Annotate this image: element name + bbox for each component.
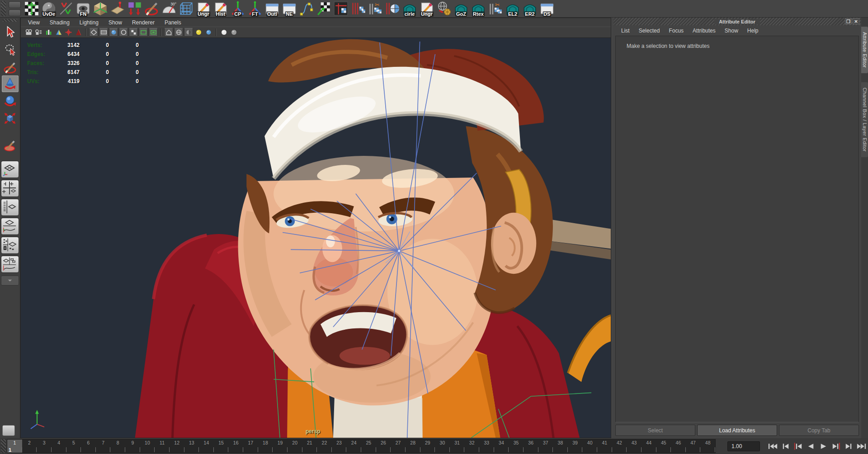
timeline-frame-39[interactable]: 39 [568, 440, 583, 453]
viewport-menu-shading[interactable]: Shading [45, 19, 75, 26]
uvdeluxe-python-icon[interactable]: UvDe [41, 1, 57, 16]
current-time-field[interactable]: 1.00 [727, 441, 760, 451]
timeline-frames[interactable]: 1123456789101112131415161718192021222324… [7, 439, 716, 453]
uv-cut-sew-2-icon[interactable]: ✂ [488, 1, 503, 16]
select-tool[interactable] [2, 24, 19, 41]
ae-menu-focus[interactable]: Focus [665, 28, 689, 34]
timeline-frame-42[interactable]: 42 [612, 440, 627, 453]
timeline-frame-35[interactable]: 35 [509, 440, 524, 453]
step-back-frame-button[interactable] [780, 442, 791, 450]
timeline-frame-41[interactable]: 41 [597, 440, 612, 453]
scale-tool[interactable] [2, 110, 19, 126]
center-pivot-icon[interactable]: CP [230, 1, 245, 16]
uv-layout-icon[interactable] [127, 1, 142, 16]
step-forward-key-button[interactable] [830, 442, 842, 450]
node-editor-icon[interactable]: NE [282, 1, 297, 16]
bookmarks-icon[interactable] [44, 28, 53, 37]
fn-tool-icon[interactable]: FN [75, 1, 91, 16]
viewport-canvas[interactable]: Verts:314200Edges:643400Faces:332600Tris… [21, 38, 611, 438]
step-forward-frame-button[interactable] [843, 442, 854, 450]
use-default-material-icon[interactable] [194, 28, 203, 37]
timeline-frame-48[interactable]: 48 [700, 440, 715, 453]
timeline-frame-29[interactable]: 29 [420, 440, 435, 453]
load-attributes-button[interactable]: Load Attributes [697, 425, 777, 436]
timeline-frame-19[interactable]: 19 [273, 440, 288, 453]
timeline-frame-15[interactable]: 15 [214, 440, 229, 453]
image-plane-icon[interactable] [54, 28, 63, 37]
timeline-frame-36[interactable]: 36 [524, 440, 538, 453]
film-gate-icon[interactable] [99, 28, 108, 37]
timeline-frame-6[interactable]: 6 [81, 440, 96, 453]
timeline-frame-25[interactable]: 25 [361, 440, 376, 453]
layout-four-pane[interactable] [1, 180, 19, 197]
close-panel-button[interactable]: ✕ [853, 18, 859, 24]
ae-menu-list[interactable]: List [617, 28, 635, 34]
uv-texture-tool-icon[interactable] [24, 1, 39, 16]
layout-persp-graph[interactable] [1, 218, 19, 235]
isolate-select-icon[interactable] [164, 28, 173, 37]
play-forwards-button[interactable] [818, 442, 829, 450]
ungroup-note-icon[interactable]: Ungr [196, 1, 211, 16]
poly-cube-icon[interactable] [93, 1, 108, 16]
timeline-frame-22[interactable]: 22 [317, 440, 332, 453]
copy-tab-button[interactable]: Copy Tab [779, 425, 859, 436]
el2-icon[interactable]: EL2 [505, 1, 520, 16]
select-button[interactable]: Select [615, 425, 695, 436]
xray-icon[interactable] [174, 28, 183, 37]
viewport-menu-view[interactable]: View [24, 19, 45, 26]
ae-menu-show[interactable]: Show [721, 28, 743, 34]
ae-menu-selected[interactable]: Selected [635, 28, 665, 34]
timeline-frame-4[interactable]: 4 [52, 440, 66, 453]
rotate-tool[interactable] [2, 93, 19, 109]
go-to-start-button[interactable] [767, 442, 778, 450]
toolbox-grip[interactable] [3, 19, 17, 22]
timeline-frame-30[interactable]: 30 [435, 440, 450, 453]
camera-attributes-icon[interactable] [34, 28, 43, 37]
flatten-plane-icon[interactable] [110, 1, 125, 16]
timeline-frame-37[interactable]: 37 [538, 440, 553, 453]
grease-pencil-icon[interactable] [74, 28, 83, 37]
outliner-icon[interactable]: Outl [264, 1, 280, 16]
ep-curve-icon[interactable] [299, 1, 314, 16]
plugin-shading-icon[interactable] [229, 28, 238, 37]
timeline-frame-31[interactable]: 31 [450, 440, 465, 453]
timeline-frame-17[interactable]: 17 [243, 440, 258, 453]
timeline-frame-44[interactable]: 44 [642, 440, 656, 453]
timeline-frame-2[interactable]: 2 [22, 440, 37, 453]
uv-sphere-project-icon[interactable] [385, 1, 400, 16]
shelf-tab-up-button[interactable] [9, 1, 21, 8]
step-back-key-button[interactable] [793, 442, 804, 450]
goz-icon[interactable]: GoZ [453, 1, 469, 16]
ae-menu-attributes[interactable]: Attributes [689, 28, 721, 34]
timeline-frame-24[interactable]: 24 [346, 440, 361, 453]
timeline-frame-23[interactable]: 23 [332, 440, 347, 453]
timeline-frame-18[interactable]: 18 [258, 440, 273, 453]
layout-persp-multi[interactable] [1, 256, 19, 273]
viewport-menu-renderer[interactable]: Renderer [127, 19, 160, 26]
timeline-grip[interactable] [1, 439, 6, 453]
viewport-menu-panels[interactable]: Panels [160, 19, 187, 26]
timeline-frame-1[interactable]: 11 [7, 440, 22, 453]
lattice-deformer-icon[interactable] [179, 1, 194, 16]
timeline-frame-34[interactable]: 34 [494, 440, 509, 453]
rtex-icon[interactable]: Rtex [471, 1, 486, 16]
lasso-select-tool[interactable] [2, 41, 19, 58]
shelf-tab-down-button[interactable] [9, 9, 21, 16]
timeline-frame-21[interactable]: 21 [302, 440, 317, 453]
unfold-uv-icon[interactable] [58, 1, 74, 16]
smooth-shade-all-icon[interactable] [219, 28, 228, 37]
timeline-frame-16[interactable]: 16 [228, 440, 243, 453]
viewport-menu-show[interactable]: Show [104, 19, 127, 26]
timeline-frame-27[interactable]: 27 [391, 440, 406, 453]
timeline-frame-33[interactable]: 33 [479, 440, 494, 453]
viewport-menu-lighting[interactable]: Lighting [75, 19, 104, 26]
ae-menu-help[interactable]: Help [743, 28, 764, 34]
timeline-frame-5[interactable]: 5 [66, 440, 81, 453]
gate-mask-icon[interactable] [149, 28, 158, 37]
float-panel-button[interactable]: ❐ [845, 18, 852, 24]
textured-mode-icon[interactable] [129, 28, 138, 37]
resolution-gate-icon[interactable] [139, 28, 148, 37]
uv-snapshot-icon[interactable] [333, 1, 349, 16]
go-to-end-button[interactable] [856, 442, 867, 450]
uv-cut-sew-icon[interactable]: ✂ [368, 1, 383, 16]
